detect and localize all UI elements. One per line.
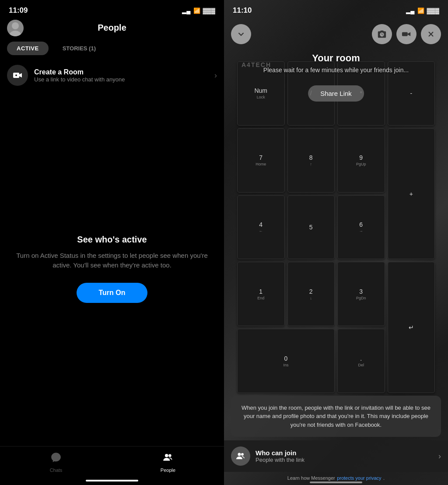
battery-icon: ▓▓▓	[203, 7, 215, 14]
right-signal-icon: ▂▄	[406, 7, 414, 14]
left-panel: 11:09 ▂▄ 📶 ▓▓▓ People ACTIVE STORIES (1)	[0, 0, 224, 485]
right-status-bar: 11:10 ▂▄ 📶 ▓▓▓	[224, 0, 448, 18]
svg-rect-8	[402, 32, 408, 36]
svg-marker-3	[19, 73, 22, 77]
signal-icon: ▂▄	[182, 7, 190, 14]
svg-point-1	[10, 31, 21, 36]
tab-active[interactable]: ACTIVE	[7, 42, 49, 55]
room-title: Your room	[224, 53, 448, 64]
page-title: People	[98, 23, 126, 33]
left-header: People	[0, 18, 224, 37]
people-icon	[162, 452, 174, 466]
close-button[interactable]	[421, 24, 441, 44]
info-text: When you join the room, people with the …	[238, 404, 434, 429]
right-status-icons: ▂▄ 📶 ▓▓▓	[406, 7, 439, 14]
home-indicator	[86, 480, 138, 481]
svg-point-12	[238, 453, 241, 456]
key-dot: .Del	[337, 329, 385, 393]
create-room-icon	[7, 65, 28, 86]
right-panel: NumLock / * - 7Home 8↑ 9PgUp + 4← 5 6→ 1…	[224, 0, 448, 485]
video-button[interactable]	[396, 24, 416, 44]
see-active-title: See who's active	[77, 235, 147, 245]
who-can-join-subtitle: People with the link	[256, 457, 304, 463]
home-indicator-right	[310, 481, 362, 483]
key-4: 4←	[237, 195, 285, 260]
key-plus: +	[388, 128, 435, 260]
right-time: 11:10	[233, 6, 252, 15]
key-8: 8↑	[287, 128, 335, 193]
key-6: 6→	[337, 195, 385, 260]
privacy-prefix: Learn how Messenger	[287, 475, 335, 481]
key-3: 3PgDn	[337, 262, 385, 326]
see-active-section: See who's active Turn on Active Status i…	[0, 91, 224, 446]
who-can-join-title: Who can join	[256, 449, 304, 457]
right-top-right-buttons	[372, 24, 441, 44]
right-wifi-icon: 📶	[417, 7, 424, 14]
key-5: 5	[287, 195, 335, 260]
key-9: 9PgUp	[337, 128, 385, 193]
create-room-title: Create a Room	[34, 68, 125, 76]
privacy-link[interactable]: protects your privacy	[337, 475, 381, 481]
tabs-row: ACTIVE STORIES (1)	[7, 42, 217, 55]
svg-point-7	[168, 454, 172, 457]
chevron-right-icon: ›	[214, 71, 217, 80]
chevron-down-button[interactable]	[231, 24, 251, 44]
svg-point-6	[165, 454, 168, 457]
share-link-button[interactable]: Share Link	[308, 85, 364, 102]
people-label: People	[161, 467, 175, 473]
privacy-suffix: .	[383, 475, 385, 481]
room-subtitle: Please wait for a few minutes while your…	[224, 67, 448, 74]
right-battery-icon: ▓▓▓	[427, 7, 439, 14]
key-7: 7Home	[237, 128, 285, 193]
tab-stories[interactable]: STORIES (1)	[53, 42, 105, 55]
create-room-text: Create a Room Use a link to video chat w…	[34, 68, 125, 83]
left-time: 11:09	[9, 6, 28, 15]
svg-point-0	[12, 22, 19, 29]
nav-item-chats[interactable]: Chats	[0, 452, 112, 473]
see-active-description: Turn on Active Status in the settings to…	[13, 251, 211, 271]
create-room-subtitle: Use a link to video chat with anyone	[34, 76, 125, 83]
room-title-area: Your room Please wait for a few minutes …	[224, 53, 448, 74]
avatar[interactable]	[7, 20, 24, 36]
left-status-icons: ▂▄ 📶 ▓▓▓	[182, 7, 215, 14]
chats-label: Chats	[50, 467, 63, 473]
wifi-icon: 📶	[193, 7, 200, 14]
who-can-join-text: Who can join People with the link	[256, 449, 304, 463]
key-2: 2↓	[287, 262, 335, 326]
flip-camera-button[interactable]	[372, 24, 392, 44]
bottom-nav: Chats People	[0, 446, 224, 485]
privacy-link-row: Learn how Messenger protects your privac…	[224, 474, 448, 481]
who-can-join-row[interactable]: Who can join People with the link ›	[224, 440, 448, 472]
turn-on-button[interactable]: Turn On	[77, 283, 147, 303]
svg-point-13	[241, 453, 244, 456]
svg-marker-9	[408, 32, 410, 36]
left-status-bar: 11:09 ▂▄ 📶 ▓▓▓	[0, 0, 224, 18]
create-room-row[interactable]: Create a Room Use a link to video chat w…	[0, 60, 224, 91]
right-top-buttons	[224, 24, 448, 44]
who-can-join-icon	[231, 446, 250, 466]
key-enter: ↵	[388, 262, 435, 393]
who-can-join-chevron-icon: ›	[438, 452, 441, 461]
bottom-info-panel: When you join the room, people with the …	[231, 396, 441, 437]
keyboard-visual: NumLock / * - 7Home 8↑ 9PgUp + 4← 5 6→ 1…	[233, 57, 439, 397]
chats-icon	[50, 452, 62, 466]
nav-item-people[interactable]: People	[112, 452, 224, 473]
key-0: 0Ins	[237, 329, 335, 393]
key-1: 1End	[237, 262, 285, 326]
